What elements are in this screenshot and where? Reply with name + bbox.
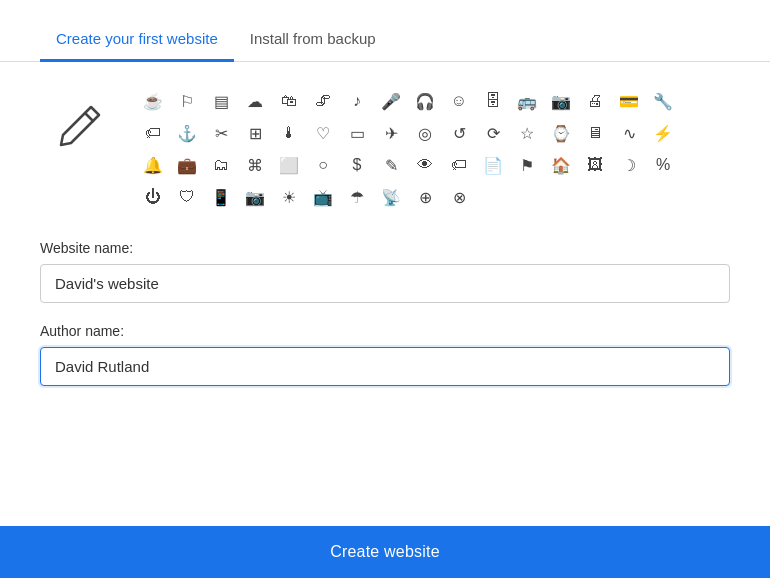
icon-tv[interactable]: 📺 [306,182,340,212]
icon-bus[interactable]: 🚌 [510,86,544,116]
icon-webcam[interactable]: 📷 [238,182,272,212]
icon-circle[interactable]: ◎ [408,118,442,148]
icon-umbrella[interactable]: ☂ [340,182,374,212]
icon-headphones[interactable]: 🎧 [408,86,442,116]
website-name-group: Website name: [40,240,730,303]
icon-flag[interactable]: ⚑ [510,150,544,180]
icons-row-3: 🔔 💼 🗂 ⌘ ⬜ ○ $ ✎ 👁 🏷 📄 ⚑ 🏠 🖼 ☽ % [136,150,680,180]
icon-copy[interactable]: 🗂 [204,150,238,180]
icon-doc[interactable]: 📄 [476,150,510,180]
icon-paperclip[interactable]: 🖇 [306,86,340,116]
icon-stack[interactable]: ⊗ [442,182,476,212]
icons-row-2: 🏷 ⚓ ✂ ⊞ 🌡 ♡ ▭ ✈ ◎ ↺ ⟳ ☆ ⌚ 🖥 ∿ ⚡ [136,118,680,148]
icon-film[interactable]: ⊞ [238,118,272,148]
icon-bell[interactable]: 🔔 [136,150,170,180]
icon-power[interactable]: ⏻ [136,182,170,212]
icon-monitor[interactable]: 🖥 [578,118,612,148]
tab-create[interactable]: Create your first website [40,20,234,62]
icon-emoji[interactable]: ☺ [442,86,476,116]
icon-database[interactable]: 🗄 [476,86,510,116]
icon-percent[interactable]: % [646,150,680,180]
tab-bar: Create your first website Install from b… [0,0,770,62]
icon-anchor[interactable]: ⚓ [170,118,204,148]
icon-camera[interactable]: 📷 [544,86,578,116]
icon-tag[interactable]: 🏷 [136,118,170,148]
icon-home[interactable]: 🏠 [544,150,578,180]
icon-send[interactable]: ✈ [374,118,408,148]
icon-cmd[interactable]: ⌘ [238,150,272,180]
icon-moon[interactable]: ☽ [612,150,646,180]
author-name-input[interactable] [40,347,730,386]
icon-layers[interactable]: ⊕ [408,182,442,212]
main-content: ☕ ⚐ ▤ ☁ 🛍 🖇 ♪ 🎤 🎧 ☺ 🗄 🚌 📷 🖨 💳 🔧 🏷 [0,62,770,526]
icon-shield[interactable]: 🛡 [170,182,204,212]
icons-row-1: ☕ ⚐ ▤ ☁ 🛍 🖇 ♪ 🎤 🎧 ☺ 🗄 🚌 📷 🖨 💳 🔧 [136,86,680,116]
icon-eye[interactable]: 👁 [408,150,442,180]
icon-wifi[interactable]: 📡 [374,182,408,212]
icon-award[interactable]: ⚐ [170,86,204,116]
pencil-icon-box [40,86,120,166]
icon-cpu[interactable]: ⬜ [272,150,306,180]
icon-card[interactable]: 💳 [612,86,646,116]
icon-star[interactable]: ☆ [510,118,544,148]
icon-wrench[interactable]: 🔧 [646,86,680,116]
icon-watch[interactable]: ⌚ [544,118,578,148]
icon-inbox[interactable]: ▤ [204,86,238,116]
tab-backup[interactable]: Install from backup [234,20,392,62]
author-name-group: Author name: [40,323,730,386]
icon-thermometer[interactable]: 🌡 [272,118,306,148]
icon-refresh[interactable]: ↺ [442,118,476,148]
icon-bag[interactable]: 🛍 [272,86,306,116]
icon-rect[interactable]: ▭ [340,118,374,148]
tab-create-label: Create your first website [56,30,218,47]
icon-phone[interactable]: 📱 [204,182,238,212]
icon-sun[interactable]: ☀ [272,182,306,212]
tab-backup-label: Install from backup [250,30,376,47]
icon-briefcase[interactable]: 💼 [170,150,204,180]
icon-mic[interactable]: 🎤 [374,86,408,116]
icon-eraser[interactable]: 🏷 [442,150,476,180]
icon-area: ☕ ⚐ ▤ ☁ 🛍 🖇 ♪ 🎤 🎧 ☺ 🗄 🚌 📷 🖨 💳 🔧 🏷 [40,86,730,212]
pencil-icon [53,99,107,153]
icon-wave[interactable]: ∿ [612,118,646,148]
icon-pulse[interactable]: ⚡ [646,118,680,148]
icon-scissors[interactable]: ✂ [204,118,238,148]
icon-drop[interactable]: ○ [306,150,340,180]
website-name-label: Website name: [40,240,730,256]
icon-music[interactable]: ♪ [340,86,374,116]
create-website-label: Create website [330,543,440,561]
icon-edit[interactable]: ✎ [374,150,408,180]
icon-rotate[interactable]: ⟳ [476,118,510,148]
icon-cloud[interactable]: ☁ [238,86,272,116]
icon-printer[interactable]: 🖨 [578,86,612,116]
create-website-button[interactable]: Create website [0,526,770,578]
author-name-label: Author name: [40,323,730,339]
website-name-input[interactable] [40,264,730,303]
icon-dollar[interactable]: $ [340,150,374,180]
icon-image[interactable]: 🖼 [578,150,612,180]
icons-row-4: ⏻ 🛡 📱 📷 ☀ 📺 ☂ 📡 ⊕ ⊗ [136,182,680,212]
icon-heart[interactable]: ♡ [306,118,340,148]
icons-grid: ☕ ⚐ ▤ ☁ 🛍 🖇 ♪ 🎤 🎧 ☺ 🗄 🚌 📷 🖨 💳 🔧 🏷 [136,86,680,212]
icon-coffee[interactable]: ☕ [136,86,170,116]
